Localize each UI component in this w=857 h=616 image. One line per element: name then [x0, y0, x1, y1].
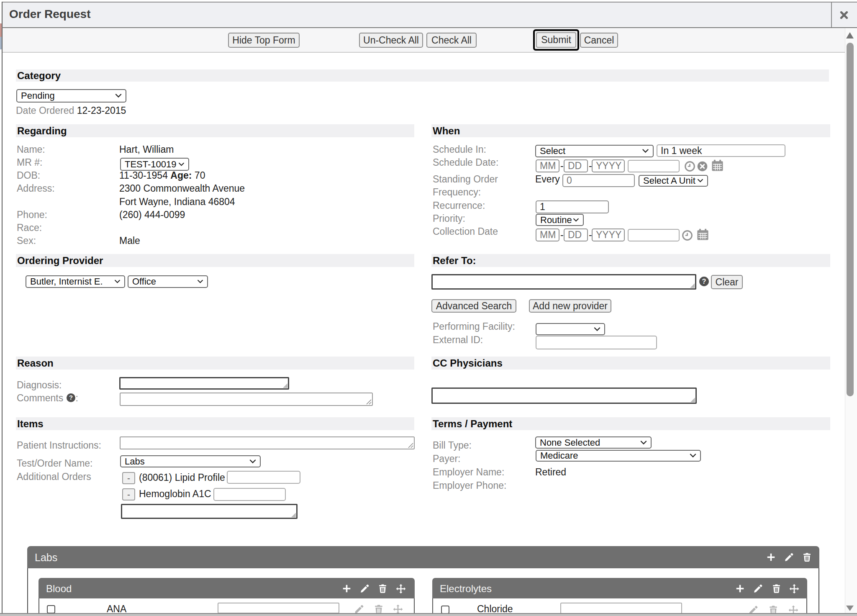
svg-text:?: ?	[69, 394, 73, 401]
svg-text:?: ?	[702, 277, 706, 285]
